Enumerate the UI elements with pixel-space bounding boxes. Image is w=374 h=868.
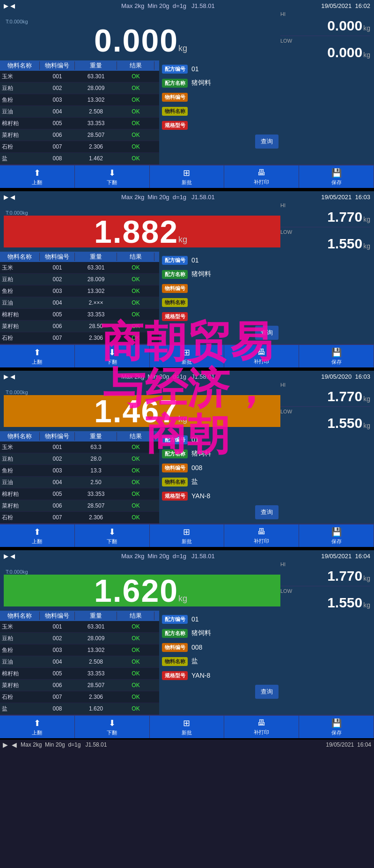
btn-down-4[interactable]: ⬇下翻 — [75, 716, 150, 738]
table-row: 玉米00163.301OK — [0, 71, 159, 82]
content-area-2: 物料名称 物料编号 重量 结果 玉米00163.301OK 豆粕00228.00… — [0, 252, 374, 344]
table-row: 棉籽粕00533.353OK — [0, 118, 159, 129]
mat-name-val-3: 盐 — [190, 478, 198, 486]
mat-name-tag-1: 物料名称 — [162, 107, 188, 116]
th-result-2: 结果 — [117, 253, 154, 261]
btn-down-3[interactable]: ⬇下翻 — [75, 524, 150, 547]
recipe-name-tag-3: 配方名称 — [162, 449, 188, 458]
table-row: 菜籽粕00628.507OK — [0, 500, 159, 512]
btn-newbatch-3[interactable]: ⊞新批 — [150, 524, 225, 547]
weight-right-3: HI 1.770kg LOW 1.550kg — [280, 382, 374, 431]
hi-value-3: 1.770 — [327, 389, 362, 404]
btn-save-2[interactable]: 💾保存 — [299, 345, 374, 367]
btn-newbatch-2[interactable]: ⊞新批 — [150, 345, 225, 367]
query-button-3[interactable]: 查询 — [255, 505, 279, 519]
btn-reprint-3[interactable]: 🖶补打印 — [224, 524, 299, 547]
btn-down-label-1: 下翻 — [107, 179, 117, 186]
table-header-3: 物料名称 物料编号 重量 结果 — [0, 431, 159, 441]
info-panel-1: 配方编号01 配方名称猪饲料 物料编号 物料名称 规格型号 查询 — [159, 60, 374, 165]
table-row: 豆粕00228.0OK — [0, 453, 159, 465]
recipe-name-tag-1: 配方名称 — [162, 79, 188, 88]
btn-save-4[interactable]: 💾保存 — [299, 716, 374, 738]
hi-unit-1: kg — [363, 24, 370, 32]
btn-reprint-label-4: 补打印 — [254, 729, 269, 736]
mat-code-tag-3: 物料编号 — [162, 464, 188, 472]
recipe-code-val-2: 01 — [190, 256, 199, 264]
topbar-2: ▶ ◀ Max 2kg Min 20g d=1g J1.58.01 19/05/… — [0, 191, 374, 202]
table-row: 石粉0072.306OK — [0, 691, 159, 703]
mat-code-tag-4: 物料编号 — [162, 643, 188, 652]
save-icon-2: 💾 — [331, 347, 342, 358]
btn-up-3[interactable]: ⬆上翻 — [0, 524, 75, 547]
button-row-4: ⬆上翻 ⬇下翻 ⊞新批 🖶补打印 💾保存 — [0, 715, 374, 738]
btn-down-1[interactable]: ⬇下翻 — [75, 165, 150, 188]
topbar-right-1: 19/05/2021 16:02 — [321, 2, 370, 9]
th-code-4: 物料编号 — [40, 612, 75, 620]
topbar-left-2: ▶ ◀ — [4, 194, 15, 201]
table-row: 豆油0042.50OK — [0, 477, 159, 488]
low-unit-2: kg — [363, 242, 370, 250]
status-icon-2: ◀ — [12, 741, 17, 748]
btn-save-label-3: 保存 — [331, 538, 342, 545]
low-unit-4: kg — [363, 601, 370, 609]
topbar-left-3: ▶ ◀ — [4, 373, 15, 380]
weight-area-2: T:0.000kg 1.882 kg HI 1.770kg LOW 1.550k… — [0, 202, 374, 252]
mat-code-val-3: 008 — [190, 464, 202, 471]
btn-reprint-2[interactable]: 🖶补打印 — [224, 345, 299, 367]
info-panel-3: 配方编号01 配方名称猪饲料 物料编号008 物料名称盐 规格型号YAN-8 查… — [159, 431, 374, 524]
recipe-name-val-4: 猪饲料 — [190, 629, 211, 637]
btn-down-2[interactable]: ⬇下翻 — [75, 345, 150, 367]
low-unit-3: kg — [363, 422, 370, 429]
btn-up-label-1: 上翻 — [32, 179, 42, 186]
topbar-1: ▶ ◀ Max 2kg Min 20g d=1g J1.58.01 19/05/… — [0, 0, 374, 11]
table-row: 鱼粉00313.302OK — [0, 94, 159, 106]
reprint-icon-3: 🖶 — [257, 527, 266, 537]
down-icon-2: ⬇ — [109, 347, 116, 358]
topbar-left-1: ▶ ◀ — [4, 2, 15, 9]
low-value-1: 0.000 — [327, 45, 362, 60]
btn-newbatch-4[interactable]: ⊞新批 — [150, 716, 225, 738]
table-row: 玉米00163.301OK — [0, 621, 159, 633]
info-panel-2: 配方编号01 配方名称猪饲料 物料编号 物料名称 规格型号 查询 — [159, 252, 374, 344]
table-row: 豆粕00228.009OK — [0, 82, 159, 94]
table-header-4: 物料名称 物料编号 重量 结果 — [0, 611, 159, 621]
low-label-1: LOW — [280, 38, 292, 44]
btn-save-1[interactable]: 💾保存 — [299, 165, 374, 188]
weight-main-2: 1.882 — [94, 216, 178, 247]
mat-code-tag-1: 物料编号 — [162, 93, 188, 102]
weight-left-2: T:0.000kg 1.882 kg — [0, 202, 280, 252]
topbar-left-4: ▶ ◀ — [4, 553, 15, 560]
btn-newbatch-1[interactable]: ⊞新批 — [150, 165, 225, 188]
recipe-name-tag-4: 配方名称 — [162, 629, 188, 638]
btn-up-2[interactable]: ⬆上翻 — [0, 345, 75, 367]
table-row: 鱼粉00313.3OK — [0, 465, 159, 477]
btn-reprint-1[interactable]: 🖶补打印 — [224, 165, 299, 188]
btn-up-4[interactable]: ⬆上翻 — [0, 716, 75, 738]
btn-up-1[interactable]: ⬆上翻 — [0, 165, 75, 188]
topbar-right-2: 19/05/2021 16:03 — [321, 194, 370, 201]
status-right: 19/05/2021 16:04 — [326, 741, 371, 748]
recipe-name-val-3: 猪饲料 — [190, 449, 211, 458]
weight-area-3: T:0.000kg 1.467 kg HI 1.770kg LOW 1.550k… — [0, 382, 374, 431]
up-icon-4: ⬆ — [34, 718, 41, 728]
btn-save-3[interactable]: 💾保存 — [299, 524, 374, 547]
btn-save-label-2: 保存 — [331, 359, 342, 366]
th-weight-3: 重量 — [75, 432, 117, 441]
weight-unit-3: kg — [178, 414, 190, 427]
table-header-1: 物料名称 物料编号 重量 结果 — [0, 60, 159, 71]
btn-reprint-label-1: 补打印 — [254, 179, 269, 186]
query-button-2[interactable]: 查询 — [255, 326, 279, 340]
query-button-4[interactable]: 查询 — [255, 685, 279, 699]
recipe-name-val-1: 猪饲料 — [190, 79, 211, 87]
btn-newbatch-label-4: 新批 — [182, 729, 192, 736]
btn-save-label-4: 保存 — [331, 729, 342, 736]
btn-reprint-4[interactable]: 🖶补打印 — [224, 716, 299, 738]
btn-newbatch-label-1: 新批 — [182, 179, 192, 186]
th-weight-1: 重量 — [75, 61, 117, 70]
table-row: 石粉0072.306OK — [0, 332, 159, 344]
hi-label-1: HI — [280, 11, 286, 17]
topbar-4: ▶ ◀ Max 2kg Min 20g d=1g J1.58.01 19/05/… — [0, 550, 374, 561]
status-center: Max 2kg Min 20g d=1g J1.58.01 — [21, 741, 107, 748]
btn-newbatch-label-2: 新批 — [182, 359, 192, 366]
query-button-1[interactable]: 查询 — [255, 135, 279, 149]
